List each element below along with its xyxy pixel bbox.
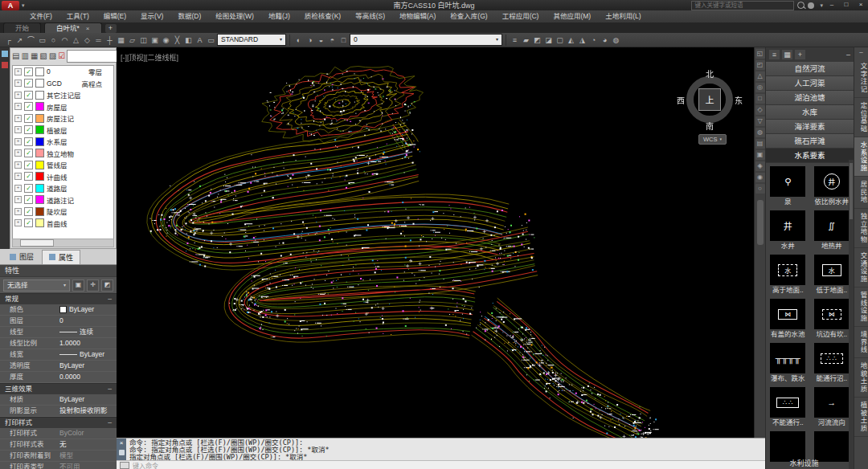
category-礁石岸滩[interactable]: 礁石岸滩 [766,134,854,149]
scrollbar-thumb[interactable] [20,239,54,247]
toolbar-icon[interactable]: ◪ [543,35,554,46]
toolbar-icon[interactable]: ≡ [510,35,520,46]
nav-tool-icon[interactable]: ▽ [755,116,765,126]
property-row[interactable]: 透明度ByLayer [0,361,117,372]
selection-dropdown[interactable]: 无选择▾ [3,279,70,292]
layer-color-swatch[interactable] [35,161,44,169]
vtab-地貌土质[interactable]: 地貌土质 [854,358,868,398]
toolbar-icon[interactable]: △ [71,35,81,46]
toolbar-icon[interactable]: ◮ [577,35,588,46]
nav-tool-icon[interactable]: ◉ [755,173,765,182]
toolbar-icon[interactable]: A [194,35,205,46]
expand-icon[interactable]: + [14,208,22,215]
layer-state-icon[interactable]: □ [338,35,349,46]
collapse-panel-icon[interactable]: – [859,48,862,55]
layer-row[interactable]: +✓植被层 [13,124,113,137]
layer-color-swatch[interactable] [35,195,44,204]
palette-anchor-icon[interactable] [2,51,8,57]
layer-visible-checkbox[interactable]: ✓ [24,172,33,181]
symbol-tile[interactable]: 井 [770,210,805,241]
layer-row[interactable]: +✓道路注记 [13,194,113,206]
layer-state-icon[interactable]: ◐ [293,35,304,46]
layer-visible-checkbox[interactable]: ✓ [24,218,33,227]
menu-item[interactable]: 工程应用(C) [495,10,547,22]
nav-tool-icon[interactable]: ▣ [755,150,765,160]
layer-color-swatch[interactable] [35,184,44,193]
layer-list-hscrollbar[interactable] [12,239,114,247]
compass-north-label[interactable]: 北 [706,67,714,80]
category-人工河渠[interactable]: 人工河渠 [766,76,854,91]
toolbar-icon[interactable]: ◫ [138,35,149,46]
vtab-水系设施[interactable]: 水系设施 [854,137,868,177]
panel-view-icon[interactable]: + [795,50,805,59]
expand-icon[interactable]: + [14,149,22,157]
toolbar-icon[interactable]: ╳ [172,35,182,46]
layer-color-swatch[interactable] [35,125,44,134]
symbol-cell[interactable]: ∴ ∴能通行沼.. [810,343,854,383]
compass-south-label[interactable]: 南 [706,120,714,132]
nav-tool-icon[interactable]: ◎ [755,83,765,92]
layer-visible-checkbox[interactable]: ✓ [24,125,33,134]
customize-icon[interactable] [119,450,125,455]
symbol-tile[interactable]: ∴ ∴ [770,387,805,418]
layer-check-icon[interactable]: ☑ [58,51,65,62]
layer-tool-icon[interactable]: ▦ [31,51,38,62]
scrollbar-thumb[interactable] [850,163,853,219]
command-history[interactable]: 命令: 指定对角点或 [栏选(F)/圈围(WP)/圈交(CP)]:命令: 指定对… [129,439,764,460]
account-caret-icon[interactable]: ▾ [820,2,823,9]
palette-pin-icon[interactable] [2,62,8,68]
layer-row[interactable]: +✓其它注记层 [13,89,113,101]
expand-icon[interactable]: + [14,92,22,99]
select-objects-button[interactable]: ✛ [87,279,99,292]
layer-color-swatch[interactable] [35,207,44,216]
nav-tool-icon[interactable]: ◍ [755,128,765,137]
toolbar-icon[interactable]: ◠ [59,35,70,46]
nav-tool-icon[interactable]: ◰ [755,60,765,70]
layer-row[interactable]: +✓管线层 [13,159,113,171]
menu-item[interactable]: 数据(D) [170,10,208,22]
menu-item[interactable]: 等高线(S) [348,10,392,22]
property-row[interactable]: 厚度0.0000 [0,372,117,383]
layer-dropdown[interactable]: 0▾ [350,34,502,46]
symbol-tile[interactable]: ⋈ [814,299,850,329]
symbol-tile[interactable]: → [814,387,850,418]
toolbar-icon[interactable]: ◍ [611,35,621,46]
quick-select-button[interactable]: ◩ [101,279,113,292]
viewport-controls-label[interactable]: [-][顶视][二维线框] [121,52,178,63]
category-水系要素[interactable]: 水系要素 [766,149,854,163]
layer-color-swatch[interactable] [35,91,44,100]
symbol-cell[interactable]: ⋈坑边有坎.. [810,299,854,339]
panel-view-icon[interactable]: ≡ [769,50,780,59]
toolbar-icon[interactable]: ▭ [206,35,216,46]
symbol-cell[interactable]: ∴ ∴不能通行.. [766,387,810,427]
symbol-tile[interactable]: ∴ ∴ [814,343,850,373]
menu-item[interactable]: 编辑(E) [96,10,133,22]
layer-row[interactable]: +✓GCD高程点 [13,78,113,90]
app-logo-icon[interactable]: A [2,1,19,10]
toolbar-icon[interactable]: ↗ [14,35,25,46]
symbol-cell[interactable]: 水高于地面.. [766,255,810,295]
toolbar-icon[interactable]: ◧ [183,35,194,46]
toolbar-icon[interactable]: ◔ [588,35,599,46]
map-canvas[interactable] [117,47,754,438]
layer-color-swatch[interactable] [35,172,44,181]
vtab-管线设施[interactable]: 管线设施 [854,288,868,327]
toolbar-icon[interactable]: ⌒ [26,35,36,46]
layer-row[interactable]: +✓水系层 [13,136,113,148]
layer-color-swatch[interactable] [35,218,44,227]
drawing-area[interactable]: [-][顶视][二维线框] 北 南 西 东 上 WCS▾ [117,47,754,438]
layer-visible-checkbox[interactable]: ✓ [24,184,33,193]
menu-item[interactable]: 文件(F) [23,10,59,22]
toolbar-icon[interactable]: ○ [48,35,59,46]
panel-view-icon[interactable]: ▦ [782,50,792,59]
toolbar-icon[interactable]: ▦ [116,35,126,46]
collapse-icon[interactable]: – [108,418,112,428]
command-input-row[interactable]: 键入命令 [117,460,765,469]
vtab-居民地[interactable]: 居民地 [854,177,868,209]
palette-tab-图层[interactable]: 图层 [3,250,40,263]
symbol-cell[interactable]: ⚲泉 [766,166,810,206]
search-icon[interactable] [797,2,805,9]
symbol-tile[interactable]: 水 [770,255,805,285]
layer-row[interactable]: +✓首曲线 [13,218,113,230]
new-tab-button[interactable]: + [105,24,117,33]
